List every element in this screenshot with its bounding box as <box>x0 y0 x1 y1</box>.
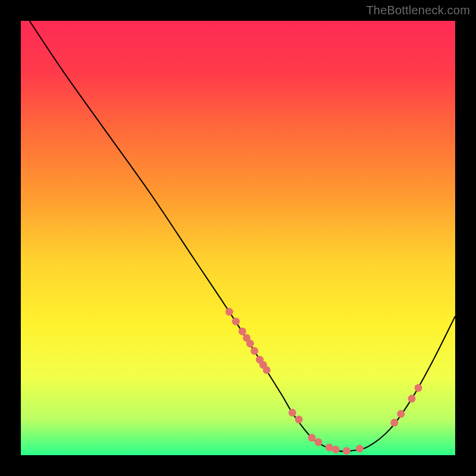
highlight-dot <box>295 416 303 424</box>
highlight-dot <box>397 410 405 418</box>
highlight-dot <box>325 443 333 451</box>
highlight-dot <box>343 447 350 455</box>
highlight-dot <box>315 439 322 446</box>
plot-area <box>21 21 455 455</box>
highlight-dot <box>332 446 340 453</box>
highlight-dot <box>308 434 316 441</box>
highlight-dot <box>356 445 364 453</box>
highlight-dot <box>226 308 233 316</box>
attribution-label: TheBottleneck.com <box>366 4 470 17</box>
plot-svg <box>21 21 455 455</box>
highlight-dot <box>263 366 271 374</box>
highlight-dot <box>415 384 422 392</box>
chart-stage: TheBottleneck.com <box>0 0 476 476</box>
highlight-dot <box>239 328 246 336</box>
highlight-dot <box>408 395 416 403</box>
gradient-background <box>21 21 455 455</box>
highlight-dot <box>232 318 240 325</box>
highlight-dot <box>250 347 258 355</box>
highlight-dot <box>390 419 398 427</box>
highlight-dot <box>289 409 296 416</box>
highlight-dot <box>246 340 254 347</box>
